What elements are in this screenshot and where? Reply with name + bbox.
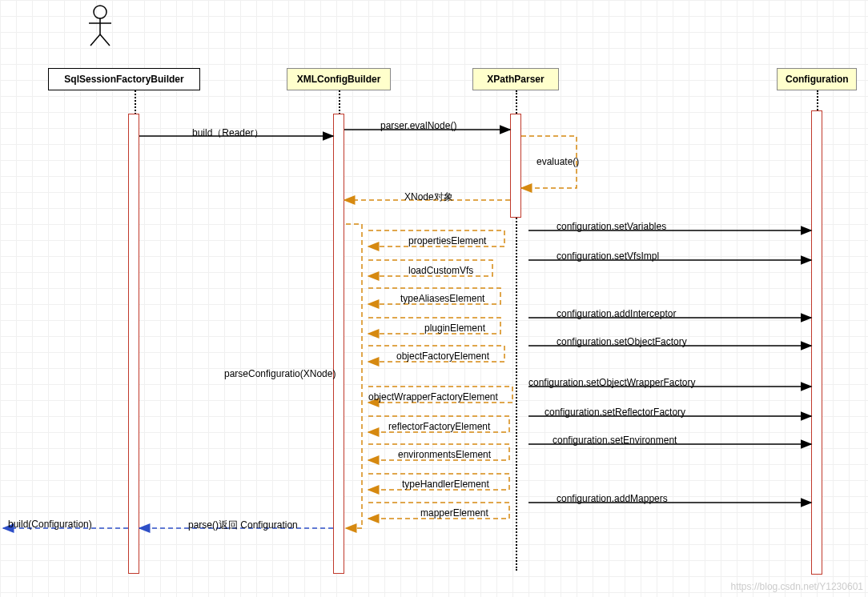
- msg-loadcustomvfs: loadCustomVfs: [408, 265, 473, 276]
- lifeline-p1: [135, 90, 136, 114]
- participant-label: XMLConfigBuilder: [297, 74, 381, 85]
- msg-addmappers: configuration.addMappers: [557, 493, 668, 504]
- participant-xpathparser: XPathParser: [472, 68, 559, 90]
- svg-line-3: [90, 34, 100, 46]
- participant-sqlsessionfactorybuilder: SqlSessionFactoryBuilder: [48, 68, 200, 90]
- msg-addinterceptor: configuration.addInterceptor: [557, 308, 676, 319]
- msg-evalnode: parser.evalNode(): [380, 120, 456, 131]
- msg-setobjectfactory: configuration.setObjectFactory: [557, 336, 687, 347]
- msg-build-return: build(Configuration): [8, 519, 92, 530]
- msg-setvariables: configuration.setVariables: [557, 221, 666, 232]
- watermark: https://blog.csdn.net/Y1230601: [731, 581, 863, 592]
- svg-point-0: [94, 6, 106, 18]
- msg-parseconfiguration: parseConfiguratio(XNode): [224, 368, 336, 379]
- participant-label: Configuration: [786, 74, 849, 85]
- msg-setobjectwrapperfactory: configuration.setObjectWrapperFactory: [528, 377, 696, 388]
- msg-typealiaseselement: typeAliasesElement: [400, 293, 484, 304]
- msg-setvfsimpl: configuration.setVfsImpl: [557, 250, 659, 262]
- activation-p3: [510, 114, 521, 218]
- actor-icon: [84, 4, 116, 50]
- msg-pluginelement: pluginElement: [424, 323, 485, 334]
- msg-environmentselement: environmentsElement: [398, 449, 491, 460]
- participant-label: SqlSessionFactoryBuilder: [64, 74, 183, 85]
- msg-mapperelement: mapperElement: [420, 507, 488, 519]
- msg-typehandlerelement: typeHandlerElement: [402, 479, 489, 490]
- activation-p1: [128, 114, 139, 574]
- msg-objectfactoryelement: objectFactoryElement: [396, 351, 489, 362]
- svg-line-4: [100, 34, 110, 46]
- msg-setreflectorfactory: configuration.setReflectorFactory: [545, 407, 685, 418]
- participant-xmlconfigbuilder: XMLConfigBuilder: [287, 68, 391, 90]
- lifeline-p2: [339, 90, 340, 114]
- msg-reflectorfactoryelement: reflectorFactoryElement: [388, 421, 490, 432]
- msg-parse-return: parse()返回 Configuration: [188, 519, 298, 532]
- msg-evaluate: evaluate(): [536, 156, 579, 167]
- activation-p2: [333, 114, 344, 574]
- msg-setenvironment: configuration.setEnvironment: [553, 435, 677, 446]
- participant-configuration: Configuration: [777, 68, 857, 90]
- lifeline-p4: [817, 90, 818, 110]
- msg-propertieselement: propertiesElement: [408, 235, 486, 246]
- participant-label: XPathParser: [487, 74, 544, 85]
- activation-p4: [811, 110, 822, 575]
- msg-build-reader: build（Reader）: [192, 126, 263, 140]
- msg-xnode-return: XNode对象: [404, 190, 453, 204]
- msg-objectwrapperfactoryelement: objectWrapperFactoryElement: [368, 391, 498, 403]
